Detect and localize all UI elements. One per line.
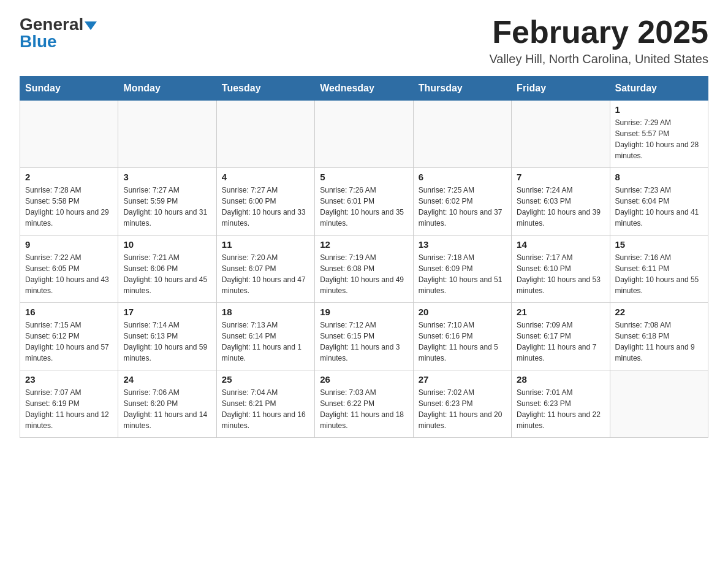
day-info: Sunrise: 7:19 AMSunset: 6:08 PMDaylight:… [320,252,408,296]
calendar-cell: 22Sunrise: 7:08 AMSunset: 6:18 PMDayligh… [610,303,708,370]
calendar-week-row: 9Sunrise: 7:22 AMSunset: 6:05 PMDaylight… [20,236,708,303]
calendar-cell: 12Sunrise: 7:19 AMSunset: 6:08 PMDayligh… [315,236,413,303]
calendar-cell: 25Sunrise: 7:04 AMSunset: 6:21 PMDayligh… [216,370,314,438]
day-number: 13 [419,239,506,250]
day-number: 23 [25,374,113,385]
day-number: 15 [615,239,703,250]
day-number: 21 [517,307,604,317]
calendar-cell: 3Sunrise: 7:27 AMSunset: 5:59 PMDaylight… [118,168,216,236]
calendar-cell: 5Sunrise: 7:26 AMSunset: 6:01 PMDaylight… [315,168,413,236]
day-number: 26 [320,374,408,385]
day-info: Sunrise: 7:09 AMSunset: 6:17 PMDaylight:… [517,320,604,364]
day-number: 27 [419,374,506,385]
title-section: February 2025 Valley Hill, North Carolin… [489,15,708,66]
day-info: Sunrise: 7:04 AMSunset: 6:21 PMDaylight:… [222,387,309,431]
day-info: Sunrise: 7:23 AMSunset: 6:04 PMDaylight:… [615,185,703,229]
calendar-week-row: 16Sunrise: 7:15 AMSunset: 6:12 PMDayligh… [20,303,708,370]
day-info: Sunrise: 7:16 AMSunset: 6:11 PMDaylight:… [615,252,703,296]
day-info: Sunrise: 7:24 AMSunset: 6:03 PMDaylight:… [517,185,604,229]
logo: General Blue [20,15,97,52]
weekday-header-thursday: Thursday [413,77,511,101]
day-number: 5 [320,172,408,182]
day-number: 19 [320,307,408,317]
day-number: 20 [419,307,506,317]
calendar-cell: 19Sunrise: 7:12 AMSunset: 6:15 PMDayligh… [315,303,413,370]
calendar-table: SundayMondayTuesdayWednesdayThursdayFrid… [20,76,708,438]
calendar-cell: 11Sunrise: 7:20 AMSunset: 6:07 PMDayligh… [216,236,314,303]
day-info: Sunrise: 7:27 AMSunset: 6:00 PMDaylight:… [222,185,309,229]
calendar-cell: 20Sunrise: 7:10 AMSunset: 6:16 PMDayligh… [413,303,511,370]
day-number: 14 [517,239,604,250]
logo-triangle-icon [83,19,97,30]
weekday-header-row: SundayMondayTuesdayWednesdayThursdayFrid… [20,77,708,101]
day-number: 24 [123,374,211,385]
day-number: 11 [222,239,309,250]
day-info: Sunrise: 7:22 AMSunset: 6:05 PMDaylight:… [25,252,113,296]
day-number: 1 [615,104,703,115]
day-info: Sunrise: 7:08 AMSunset: 6:18 PMDaylight:… [615,320,703,364]
calendar-cell: 1Sunrise: 7:29 AMSunset: 5:57 PMDaylight… [610,101,708,168]
calendar-cell: 18Sunrise: 7:13 AMSunset: 6:14 PMDayligh… [216,303,314,370]
calendar-week-row: 23Sunrise: 7:07 AMSunset: 6:19 PMDayligh… [20,370,708,438]
day-info: Sunrise: 7:03 AMSunset: 6:22 PMDaylight:… [320,387,408,431]
day-info: Sunrise: 7:25 AMSunset: 6:02 PMDaylight:… [419,185,506,229]
weekday-header-wednesday: Wednesday [315,77,413,101]
day-info: Sunrise: 7:07 AMSunset: 6:19 PMDaylight:… [25,387,113,431]
day-info: Sunrise: 7:18 AMSunset: 6:09 PMDaylight:… [419,252,506,296]
calendar-week-row: 2Sunrise: 7:28 AMSunset: 5:58 PMDaylight… [20,168,708,236]
weekday-header-sunday: Sunday [20,77,118,101]
day-info: Sunrise: 7:20 AMSunset: 6:07 PMDaylight:… [222,252,309,296]
day-info: Sunrise: 7:12 AMSunset: 6:15 PMDaylight:… [320,320,408,364]
day-number: 3 [123,172,211,182]
location-subtitle: Valley Hill, North Carolina, United Stat… [489,52,708,66]
weekday-header-tuesday: Tuesday [216,77,314,101]
calendar-cell: 21Sunrise: 7:09 AMSunset: 6:17 PMDayligh… [512,303,610,370]
calendar-cell: 2Sunrise: 7:28 AMSunset: 5:58 PMDaylight… [20,168,118,236]
calendar-cell: 15Sunrise: 7:16 AMSunset: 6:11 PMDayligh… [610,236,708,303]
weekday-header-friday: Friday [512,77,610,101]
day-info: Sunrise: 7:02 AMSunset: 6:23 PMDaylight:… [419,387,506,431]
day-number: 7 [517,172,604,182]
weekday-header-saturday: Saturday [610,77,708,101]
calendar-cell: 16Sunrise: 7:15 AMSunset: 6:12 PMDayligh… [20,303,118,370]
calendar-cell: 10Sunrise: 7:21 AMSunset: 6:06 PMDayligh… [118,236,216,303]
day-number: 22 [615,307,703,317]
calendar-cell [118,101,216,168]
day-number: 16 [25,307,113,317]
day-number: 18 [222,307,309,317]
calendar-cell [20,101,118,168]
calendar-cell: 27Sunrise: 7:02 AMSunset: 6:23 PMDayligh… [413,370,511,438]
calendar-cell: 28Sunrise: 7:01 AMSunset: 6:23 PMDayligh… [512,370,610,438]
day-info: Sunrise: 7:17 AMSunset: 6:10 PMDaylight:… [517,252,604,296]
calendar-cell [315,101,413,168]
calendar-cell: 14Sunrise: 7:17 AMSunset: 6:10 PMDayligh… [512,236,610,303]
day-info: Sunrise: 7:28 AMSunset: 5:58 PMDaylight:… [25,185,113,229]
weekday-header-monday: Monday [118,77,216,101]
day-number: 9 [25,239,113,250]
calendar-cell: 13Sunrise: 7:18 AMSunset: 6:09 PMDayligh… [413,236,511,303]
calendar-cell: 7Sunrise: 7:24 AMSunset: 6:03 PMDaylight… [512,168,610,236]
day-number: 10 [123,239,211,250]
month-title: February 2025 [489,15,708,50]
calendar-cell: 23Sunrise: 7:07 AMSunset: 6:19 PMDayligh… [20,370,118,438]
day-info: Sunrise: 7:10 AMSunset: 6:16 PMDaylight:… [419,320,506,364]
day-number: 25 [222,374,309,385]
day-number: 4 [222,172,309,182]
calendar-cell: 24Sunrise: 7:06 AMSunset: 6:20 PMDayligh… [118,370,216,438]
day-info: Sunrise: 7:15 AMSunset: 6:12 PMDaylight:… [25,320,113,364]
day-number: 28 [517,374,604,385]
day-info: Sunrise: 7:21 AMSunset: 6:06 PMDaylight:… [123,252,211,296]
calendar-cell [512,101,610,168]
day-info: Sunrise: 7:27 AMSunset: 5:59 PMDaylight:… [123,185,211,229]
calendar-cell [216,101,314,168]
calendar-cell: 8Sunrise: 7:23 AMSunset: 6:04 PMDaylight… [610,168,708,236]
day-number: 17 [123,307,211,317]
day-number: 12 [320,239,408,250]
calendar-cell [413,101,511,168]
calendar-cell: 4Sunrise: 7:27 AMSunset: 6:00 PMDaylight… [216,168,314,236]
page-header: General Blue February 2025 Valley Hill, … [20,15,708,66]
day-number: 6 [419,172,506,182]
day-info: Sunrise: 7:14 AMSunset: 6:13 PMDaylight:… [123,320,211,364]
day-info: Sunrise: 7:29 AMSunset: 5:57 PMDaylight:… [615,117,703,161]
day-number: 2 [25,172,113,182]
